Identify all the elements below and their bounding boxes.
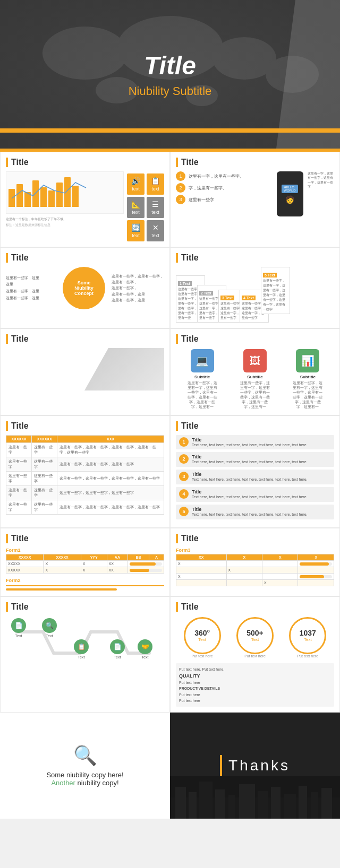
search-icon-large: 🔍 <box>73 744 97 767</box>
f3-r2c1 <box>176 567 227 573</box>
icon-label-5: text <box>132 233 140 238</box>
details-text: Put text here <box>179 680 331 685</box>
cell-3-2: 这里有一些字 <box>32 471 57 485</box>
phone-item-2: 2 字，这里有一些字。 <box>176 183 272 193</box>
svg-rect-9 <box>199 782 212 819</box>
form3-row-3: X <box>176 573 334 579</box>
icon-label-2: text <box>151 186 159 192</box>
cell-4-1: 这里有一些字 <box>6 485 32 500</box>
cell-5-1: 这里有一些字 <box>6 500 32 514</box>
slide2-left-title: Title <box>6 158 164 167</box>
slide7-left: Title 📄 Text 🔍 Text 📋 Text 📄 Text <box>0 596 170 713</box>
refresh-icon: 🔄 <box>131 223 140 232</box>
icon-cell-4: ☰ text <box>147 197 164 218</box>
progress-1 <box>130 562 162 566</box>
icon-box-2: 🖼 Subtitle 这里有一些字，这里有一字，这里有一些字，这里有一些字，这里… <box>239 349 271 410</box>
f1-r1c3: X <box>81 560 107 567</box>
icon-cell-5: 🔄 text <box>127 220 144 241</box>
f3-r4c3: X <box>262 579 298 586</box>
f3-r1c1: X <box>176 560 227 567</box>
stat-desc-1: Put text here <box>184 654 221 658</box>
stat-number-2: 500+ <box>246 629 264 637</box>
bottom-desc: Put text here. Put text here. QUALITY Pu… <box>176 663 334 707</box>
stat-number-1: 360° <box>194 629 210 637</box>
card-5-text: 这里有一些字，这里有一字，这里有一些字，这里有一字，这里有一些字，这里有一字，这… <box>263 279 288 312</box>
col-header-3: XXX <box>57 435 164 442</box>
table-row: 这里有一些字 这里有一些字 这里有一些字，这里有一些字，这里有一些字，这里有一些… <box>6 471 164 485</box>
f3-r4c4 <box>298 579 334 586</box>
row-4: Title XXXXXX XXXXXX XXX 这里有一些字 这里有一些字 这里… <box>0 415 340 528</box>
f1-h2: XXXXX <box>44 554 81 560</box>
f1-r1c5 <box>128 560 164 567</box>
step-3-icon: 📋 <box>74 639 89 654</box>
col-header-2: XXXXXX <box>32 435 57 442</box>
num-3: 3 <box>179 472 189 481</box>
cell-1-1: 这里有一些字 <box>6 442 32 457</box>
quality-text: QUALITY <box>179 672 331 680</box>
svg-rect-12 <box>239 784 255 819</box>
gray-triangle <box>84 348 164 390</box>
f3-r3c3 <box>262 573 298 579</box>
list-content-4: Title Text here, text here, text here, t… <box>192 489 308 500</box>
f1-h4: AA <box>107 554 128 560</box>
f3-r2c4 <box>298 567 334 573</box>
thanks-container: Thanks <box>220 755 290 776</box>
f3-r2c3 <box>262 567 298 573</box>
f3-r1c3 <box>262 560 298 567</box>
icon-row: 💻 Subtitle 这里有一些字，这里有一字，这里有一些字，这里有一些字，这里… <box>176 349 334 410</box>
step-5-icon: 🤝 <box>138 639 152 654</box>
bar-5 <box>40 187 47 207</box>
row-6: Title 📄 Text 🔍 Text 📋 Text 📄 Text <box>0 596 340 713</box>
table-row: 这里有一些字 这里有一些字 这里有一些字，这里有一些字，这里有一些字，这里有一些… <box>6 500 164 514</box>
bottom-text-line: Put text here. Put text here. <box>179 666 331 672</box>
copy-line2: Another niubility copy! <box>51 779 118 787</box>
list-item-4: 4 Title Text here, text here, text here,… <box>176 487 334 502</box>
left-item-1: 这里有一些字，这里 <box>6 275 58 282</box>
card-2-label: 2 Text <box>199 291 213 296</box>
table-row: 这里有一些字 这里有一些字 这里有一些字，这里有一些字，这里有一些字 <box>6 485 164 500</box>
stacked-cards-container: 1 Text 这里有一些字，这里有一些字，这里有一字，这里有一些字，这里有一些字… <box>176 267 334 323</box>
step-1-icon: 📄 <box>11 618 26 633</box>
progress-3 <box>300 562 332 566</box>
slide6-left-title: Title <box>6 534 164 543</box>
list-item-3: 3 Title Text here, text here, text here,… <box>176 470 334 484</box>
cell-4-3: 这里有一些字，这里有一些字，这里有一些字 <box>57 485 164 500</box>
slide6-right-title: Title <box>176 534 334 543</box>
bar-4 <box>32 180 39 207</box>
stat-number-3: 1037 <box>300 629 316 637</box>
stat-desc-3: Put text here <box>289 654 326 658</box>
slide6-right: Title Form3 XX X X X X <box>170 528 340 596</box>
copy-rest: niubility copy! <box>78 779 119 787</box>
list-item-5: 5 Title Text here, text here, text here,… <box>176 505 334 519</box>
f3-r3c2 <box>226 573 262 579</box>
stat-1: 360° Text Put text here <box>184 617 221 658</box>
slide3-right: Title 1 Text 这里有一些字，这里有一些字，这里有一字，这里有一些字，… <box>170 247 340 328</box>
icon-label-blue: Subtitle <box>186 375 218 379</box>
laptop-icon: 💻 <box>191 349 214 372</box>
stat-unit-2: Text <box>251 637 259 642</box>
step-1: 📄 Text <box>11 618 26 638</box>
list-item-2: 2 Title Text here, text here, text here,… <box>176 452 334 467</box>
thanks-text: Thanks <box>228 757 290 774</box>
hello-world-badge: HELLOWORLD <box>282 185 298 193</box>
stat-circle-2: 500+ Text <box>236 617 274 654</box>
f1-h3: YYY <box>81 554 107 560</box>
f3-h1: XX <box>176 554 227 560</box>
right-item-5: 这里有一些字，这里 <box>112 297 164 303</box>
num-4: 4 <box>179 489 189 499</box>
f3-r3c1: X <box>176 573 227 579</box>
slide5-left: Title XXXXXX XXXXXX XXX 这里有一些字 这里有一些字 这里… <box>0 415 170 528</box>
left-item-3: 这里有一些字，这里 <box>6 288 58 295</box>
slide7-right-title: Title <box>176 602 334 612</box>
f1-h6: A <box>149 554 164 560</box>
f3-h4: X <box>298 554 334 560</box>
card-5-label: 5 Text <box>263 273 277 277</box>
slide2-right-title: Title <box>176 158 334 167</box>
icon-label-green: Subtitle <box>292 375 324 379</box>
icon-label-1: text <box>132 186 140 192</box>
row-2: Title 这里有一些字，这里 这里 这里有一些字，这里 这里有一些字，这里 S… <box>0 247 340 328</box>
svg-rect-7 <box>175 787 186 819</box>
phone-list: 1 这里有一字，这里有一些字。 2 字，这里有一些字。 3 这里有一些字 <box>176 171 272 216</box>
card-3-label: 3 Text <box>220 296 234 300</box>
hero-yellow-bar <box>0 128 340 133</box>
